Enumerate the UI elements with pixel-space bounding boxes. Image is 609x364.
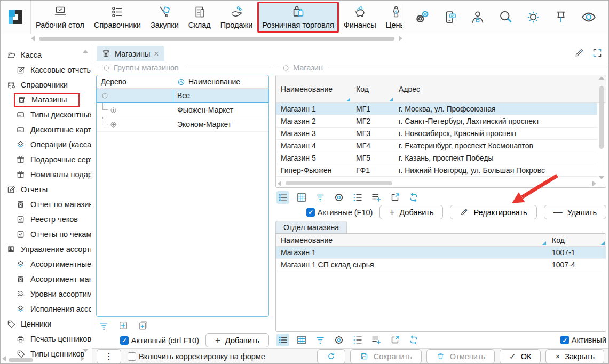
sidebar-item-assortimentnye[interactable]: Ассортиментные bbox=[1, 257, 91, 272]
sidebar-item-podarochnye-sertifikaty[interactable]: Подарочные серт bbox=[1, 152, 91, 167]
export-icon[interactable] bbox=[389, 334, 401, 346]
tab-magaziny[interactable]: Магазины × bbox=[97, 46, 164, 61]
tree-row-fusion-market[interactable]: Фьюжен-Маркет bbox=[97, 103, 268, 117]
edit-pencil-icon[interactable] bbox=[574, 48, 584, 58]
delete-shop-button[interactable]: — Удалить bbox=[544, 205, 606, 219]
column-header-code[interactable]: Код bbox=[547, 234, 606, 246]
checkbox-icon[interactable] bbox=[560, 336, 569, 344]
sidebar-item-tipy-diskontnyh[interactable]: Типы дисконтных bbox=[1, 107, 91, 122]
grid-view-icon[interactable] bbox=[295, 191, 308, 204]
sort-ascending-icon[interactable] bbox=[177, 78, 185, 86]
cancel-button[interactable]: Отменить bbox=[426, 349, 495, 364]
export-icon[interactable] bbox=[389, 191, 401, 204]
column-header-tree[interactable]: Дерево bbox=[97, 75, 173, 88]
refresh-button[interactable] bbox=[317, 349, 345, 364]
loop-icon[interactable] bbox=[407, 334, 420, 346]
table-row[interactable]: Магазин 5 МГ5 г. Казань, проспект Победы bbox=[276, 152, 597, 164]
module-warehouse[interactable]: Склад bbox=[184, 2, 216, 33]
sidebar-hscroll-thumb[interactable] bbox=[9, 358, 33, 362]
sidebar-item-otchety[interactable]: Отчеты bbox=[1, 182, 91, 197]
list-view-icon[interactable] bbox=[276, 334, 289, 346]
column-header-name[interactable]: Наименование bbox=[173, 75, 268, 88]
sidebar-item-diskontnye-karty[interactable]: Дисконтные карт bbox=[1, 122, 91, 137]
module-desktop[interactable]: Рабочий стол bbox=[31, 2, 89, 33]
sidebar-item-ispolneniya-assortimenta[interactable]: Исполнения ассо bbox=[1, 302, 91, 316]
sidebar-item-kassovye-otchety[interactable]: Кассовые отчеты bbox=[1, 62, 91, 77]
sidebar-hscroll-right-arrow[interactable] bbox=[81, 356, 84, 361]
expand-plus-icon[interactable] bbox=[109, 106, 117, 114]
list-add-icon[interactable] bbox=[370, 334, 383, 346]
eye-icon[interactable] bbox=[581, 9, 597, 25]
expand-plus-icon[interactable] bbox=[109, 121, 117, 129]
sidebar-item-assortiment-magazina[interactable]: Ассортимент маг bbox=[1, 272, 91, 287]
numbered-list-icon[interactable] bbox=[351, 191, 364, 204]
table-row[interactable]: Магазин 4 МГ4 г. Екатеринбург, проспект … bbox=[276, 140, 597, 152]
add-shop-button[interactable]: + Добавить bbox=[379, 205, 443, 219]
column-header-address[interactable]: Адрес bbox=[394, 75, 606, 102]
ok-button[interactable]: ✓ОК bbox=[500, 349, 541, 364]
tab-close-icon[interactable]: × bbox=[154, 50, 159, 58]
gear-icon[interactable] bbox=[333, 191, 345, 204]
scroll-down-arrow[interactable] bbox=[599, 176, 604, 179]
table-row[interactable]: Гипер-Фьюжен ГФ1 г. Нижний Новгород, ул.… bbox=[276, 164, 597, 177]
app-logo[interactable] bbox=[1, 1, 31, 34]
sidebar-item-operacii-kassa[interactable]: Операции (касса) bbox=[1, 137, 91, 152]
module-strip-scrollbar[interactable] bbox=[31, 34, 402, 43]
add-group-button[interactable]: + Добавить bbox=[205, 333, 269, 347]
scroll-left-arrow[interactable] bbox=[31, 36, 35, 41]
numbered-list-icon[interactable] bbox=[351, 334, 364, 346]
pin-icon[interactable] bbox=[553, 9, 569, 25]
checkbox-icon[interactable] bbox=[120, 336, 129, 345]
add-copy-icon[interactable] bbox=[138, 320, 149, 331]
scrollbar-thumb[interactable] bbox=[39, 37, 394, 41]
scroll-right-arrow[interactable] bbox=[592, 181, 596, 186]
gear-icon[interactable] bbox=[333, 334, 345, 346]
filter-icon[interactable] bbox=[98, 320, 109, 331]
fullscreen-icon[interactable] bbox=[592, 48, 603, 58]
scroll-right-arrow[interactable] bbox=[399, 36, 402, 41]
list-view-icon[interactable] bbox=[276, 191, 289, 204]
active-checkbox-department[interactable]: Активный bbox=[560, 336, 606, 344]
loop-icon[interactable] bbox=[407, 191, 420, 204]
module-finance[interactable]: Финансы bbox=[339, 2, 381, 33]
collapse-minus-icon[interactable] bbox=[101, 92, 109, 100]
sidebar-item-reestr-chekov[interactable]: Реестр чеков bbox=[1, 212, 91, 227]
sidebar-item-pechat-cennikov[interactable]: Печать ценников bbox=[1, 331, 91, 346]
column-header-name[interactable]: Наименование bbox=[276, 75, 351, 102]
scrollbar-thumb[interactable] bbox=[599, 86, 604, 149]
sidebar-hscroll-left-arrow[interactable] bbox=[2, 356, 6, 361]
close-button[interactable]: ×Закрыть bbox=[545, 349, 604, 364]
module-purchases[interactable]: Закупки bbox=[146, 2, 184, 33]
horizontal-scrollbar[interactable] bbox=[278, 180, 596, 186]
table-row[interactable]: Магазин 1 1007-1 bbox=[276, 247, 606, 259]
sidebar-item-otchety-po-chekam[interactable]: Отчеты по чекам bbox=[1, 227, 91, 242]
checkbox-icon[interactable] bbox=[128, 352, 136, 361]
filter-icon[interactable] bbox=[314, 334, 327, 346]
tree-row-econom-market[interactable]: Эконом-Маркет bbox=[97, 117, 268, 132]
tree-row-all[interactable]: Все bbox=[97, 89, 268, 103]
scrollbar-thumb[interactable] bbox=[286, 181, 392, 185]
sidebar-item-urovni-assortimenta[interactable]: Уровни ассортим bbox=[1, 287, 91, 302]
column-header-name[interactable]: Наименование bbox=[276, 234, 547, 246]
settings-gears-icon[interactable] bbox=[414, 9, 430, 25]
search-icon[interactable] bbox=[497, 9, 513, 25]
sidebar-scroll-up-arrow[interactable] bbox=[83, 50, 88, 53]
collapse-icon[interactable] bbox=[102, 64, 110, 72]
checkbox-icon[interactable] bbox=[306, 208, 315, 217]
sidebar-scroll-down-arrow[interactable] bbox=[83, 349, 88, 352]
active-checkbox-groups[interactable]: Активный (ctrl F10) bbox=[120, 336, 199, 345]
sidebar-item-spravochniki[interactable]: Справочники bbox=[1, 77, 91, 92]
module-retail-trade[interactable]: Розничная торговля bbox=[257, 2, 339, 33]
add-box-icon[interactable] bbox=[118, 320, 129, 331]
phone-chat-icon[interactable] bbox=[442, 9, 458, 25]
sidebar-item-otchet-po-magazinam[interactable]: Отчет по магазин bbox=[1, 197, 91, 212]
more-options-button[interactable]: ⋮ bbox=[97, 349, 121, 364]
table-row[interactable]: Магазин 1 СП склад сырья 1007-4 bbox=[276, 259, 606, 271]
save-button[interactable]: Сохранить bbox=[350, 349, 422, 364]
brightness-icon[interactable] bbox=[525, 9, 541, 25]
sidebar-item-nominaly-podarochnyh[interactable]: Номиналы подар bbox=[1, 167, 91, 182]
sidebar-item-cenniki[interactable]: Ценники bbox=[1, 316, 91, 331]
vertical-scrollbar[interactable] bbox=[598, 76, 605, 179]
scroll-left-arrow[interactable] bbox=[278, 181, 281, 186]
scroll-up-arrow[interactable] bbox=[599, 76, 604, 80]
